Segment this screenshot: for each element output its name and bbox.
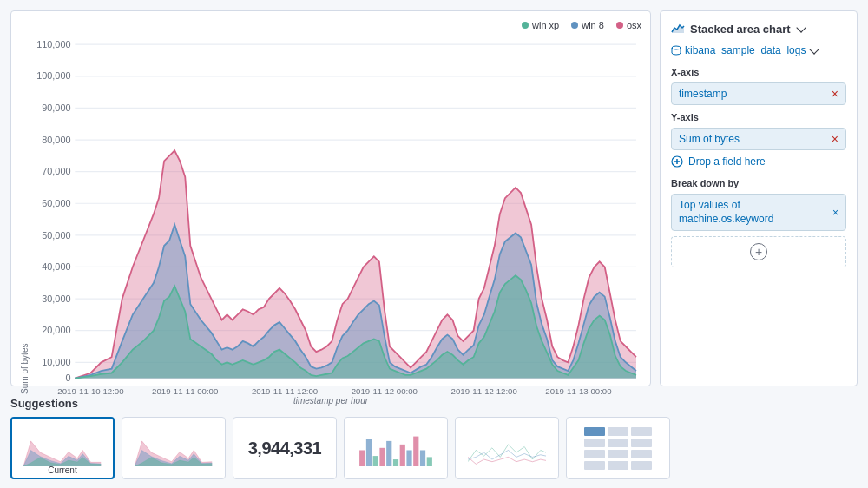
svg-text:20,000: 20,000: [42, 325, 70, 335]
svg-rect-47: [379, 447, 385, 465]
svg-text:2019-11-10 12:00: 2019-11-10 12:00: [57, 386, 124, 394]
legend-item-winxp: win xp: [522, 20, 559, 30]
svg-rect-53: [420, 450, 425, 466]
table-grid-icon: [577, 420, 659, 477]
svg-text:30,000: 30,000: [42, 293, 70, 304]
svg-rect-54: [427, 457, 432, 466]
y-axis-remove-button[interactable]: ×: [832, 133, 838, 145]
suggestion-number-value: 3,944,331: [248, 439, 321, 458]
breakdown-field-label: Top values of machine.os.keyword: [679, 199, 773, 226]
suggestions-row: Current 3,944,331: [10, 417, 858, 479]
breakdown-section-label: Break down by: [671, 178, 846, 188]
panel-title: Stacked area chart: [690, 23, 791, 36]
breakdown-remove-button[interactable]: ×: [832, 207, 838, 219]
svg-text:40,000: 40,000: [42, 261, 70, 272]
breakdown-drop-zone[interactable]: +: [671, 236, 846, 267]
chart-type-icon: [671, 22, 685, 36]
datasource-chevron[interactable]: [810, 44, 819, 54]
svg-text:110,000: 110,000: [36, 39, 70, 49]
suggestion-card-3[interactable]: [455, 417, 559, 479]
y-axis-label: Sum of bytes: [20, 34, 30, 394]
x-axis-field-label: timestamp: [679, 88, 727, 100]
legend-label-osx: osx: [627, 20, 641, 30]
x-axis-field-tag: timestamp ×: [671, 82, 846, 105]
suggestion-mini-chart-1: [23, 427, 102, 466]
svg-text:70,000: 70,000: [42, 166, 70, 176]
suggestions-area: Suggestions Current: [0, 397, 868, 488]
svg-text:2019-11-12 00:00: 2019-11-12 00:00: [352, 386, 418, 394]
chart-legend: win xp win 8 osx: [20, 20, 641, 30]
suggestion-label-current: Current: [48, 465, 76, 475]
suggestion-card-2[interactable]: [344, 417, 448, 479]
svg-text:90,000: 90,000: [42, 102, 70, 113]
breakdown-field-tag: Top values of machine.os.keyword ×: [671, 194, 846, 231]
svg-text:50,000: 50,000: [42, 229, 70, 240]
legend-label-winxp: win xp: [532, 20, 559, 30]
suggestions-title: Suggestions: [10, 397, 858, 410]
svg-rect-49: [393, 459, 398, 466]
y-axis-section-label: Y-axis: [671, 112, 846, 122]
legend-label-win8: win 8: [582, 20, 604, 30]
svg-text:10,000: 10,000: [42, 357, 70, 367]
svg-rect-46: [373, 456, 378, 466]
breakdown-plus-circle[interactable]: +: [750, 243, 767, 260]
x-axis-section-label: X-axis: [671, 67, 846, 77]
svg-text:100,000: 100,000: [36, 70, 70, 81]
suggestion-card-number[interactable]: 3,944,331: [233, 417, 337, 479]
svg-rect-45: [366, 439, 372, 466]
drop-field-button[interactable]: Drop a field here: [671, 155, 846, 168]
datasource-icon: [671, 45, 681, 56]
legend-dot-osx: [616, 22, 623, 29]
legend-dot-win8: [571, 22, 578, 29]
chart-svg: 110,000 100,000 90,000 80,000 70,000 60,…: [33, 34, 641, 394]
y-axis-field-tag: Sum of bytes ×: [671, 128, 846, 150]
svg-rect-52: [413, 436, 418, 465]
panel-header: Stacked area chart: [671, 22, 846, 36]
datasource-row[interactable]: kibana_sample_data_logs: [671, 44, 846, 56]
svg-rect-51: [406, 450, 411, 466]
svg-text:2019-11-12 12:00: 2019-11-12 12:00: [451, 386, 518, 394]
svg-text:80,000: 80,000: [42, 135, 70, 145]
svg-text:60,000: 60,000: [42, 198, 70, 208]
x-axis-remove-button[interactable]: ×: [832, 88, 838, 100]
suggestion-mini-chart-2: [135, 427, 213, 466]
svg-text:0: 0: [65, 373, 70, 383]
suggestion-mini-chart-3: [357, 427, 435, 466]
drop-field-label: Drop a field here: [688, 155, 766, 168]
svg-text:2019-11-11 00:00: 2019-11-11 00:00: [152, 386, 219, 394]
svg-rect-48: [386, 440, 391, 465]
svg-text:2019-11-13 00:00: 2019-11-13 00:00: [545, 386, 612, 394]
legend-item-win8: win 8: [571, 20, 604, 30]
suggestion-card-1[interactable]: [122, 417, 226, 479]
svg-point-34: [672, 46, 681, 49]
panel-title-chevron[interactable]: [796, 23, 806, 32]
plus-icon: [671, 155, 683, 168]
chart-body: Sum of bytes 110,00: [20, 34, 641, 394]
svg-rect-44: [359, 450, 365, 466]
datasource-label: kibana_sample_data_logs: [685, 44, 806, 56]
svg-rect-50: [400, 444, 405, 465]
suggestion-card-table[interactable]: [566, 417, 670, 479]
legend-item-osx: osx: [616, 20, 641, 30]
y-axis-field-label: Sum of bytes: [679, 133, 740, 145]
svg-text:2019-11-11 12:00: 2019-11-11 12:00: [252, 386, 319, 394]
chart-panel: win xp win 8 osx Sum of bytes: [10, 10, 651, 386]
suggestion-mini-chart-4: [468, 427, 546, 466]
right-panel: Stacked area chart kibana_sample_data_lo…: [660, 10, 858, 386]
suggestion-card-current[interactable]: Current: [10, 417, 115, 479]
legend-dot-winxp: [522, 22, 529, 29]
chart-inner: 110,000 100,000 90,000 80,000 70,000 60,…: [33, 34, 641, 394]
